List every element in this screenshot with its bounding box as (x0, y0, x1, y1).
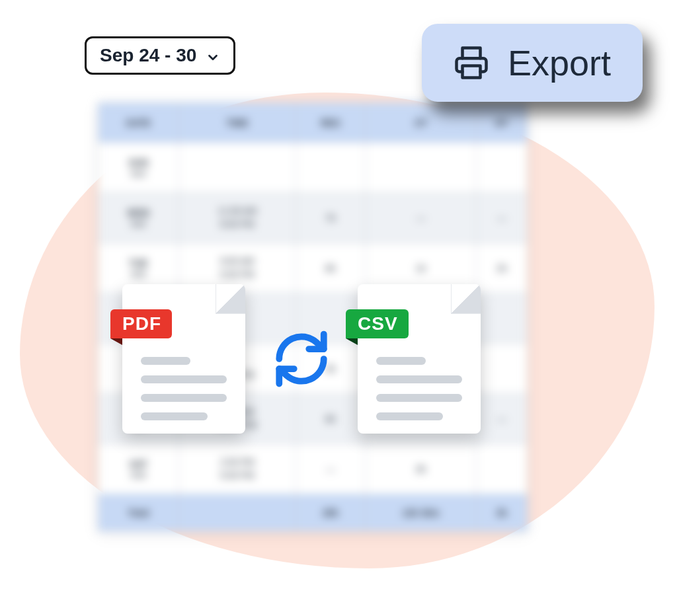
col-time: TIME (179, 103, 296, 143)
cell-time (179, 143, 296, 193)
footer-reg: 29h (296, 494, 365, 531)
cell-dt (477, 344, 528, 394)
cell-dt (477, 143, 528, 193)
cell-dt: — (477, 394, 528, 444)
cell-ot: — (366, 193, 477, 243)
date-range-label: Sep 24 - 30 (100, 45, 196, 66)
file-content-lines (376, 357, 462, 420)
file-conversion-row: PDF CSV (122, 284, 481, 434)
footer-ot: 12h 30m (366, 494, 477, 531)
cell-dt (477, 444, 528, 494)
pdf-tag: PDF (110, 309, 172, 338)
cell-reg (296, 143, 365, 193)
export-button[interactable]: Export (422, 24, 643, 102)
table-row: MON9/2511:00 AM6:00 PM7h—— (99, 193, 528, 243)
chevron-down-icon (206, 48, 220, 63)
footer-dt: 3h (477, 494, 528, 531)
cell-time: 2:00 PM5:00 PM (179, 444, 296, 494)
cell-dt: 2h (477, 243, 528, 293)
col-ot: OT (366, 103, 477, 143)
cell-day: SAT9/30 (99, 444, 179, 494)
cell-day: SUN9/24 (99, 143, 179, 193)
csv-file-card: CSV (358, 284, 481, 434)
file-content-lines (141, 357, 227, 420)
svg-rect-0 (462, 66, 480, 78)
cell-reg: — (296, 444, 365, 494)
col-reg: REG (296, 103, 365, 143)
table-row: SAT9/302:00 PM5:00 PM—3h (99, 444, 528, 494)
footer-time (179, 494, 296, 531)
cell-day: MON9/25 (99, 193, 179, 243)
printer-icon (454, 45, 489, 81)
export-label: Export (508, 42, 611, 83)
cell-dt: — (477, 193, 528, 243)
pdf-file-card: PDF (122, 284, 245, 434)
cell-ot: 3h (366, 444, 477, 494)
col-date: DATE (99, 103, 179, 143)
date-range-dropdown[interactable]: Sep 24 - 30 (85, 36, 235, 75)
cell-reg: 7h (296, 193, 365, 243)
csv-tag: CSV (346, 309, 409, 338)
table-row: SUN9/24 (99, 143, 528, 193)
cell-ot (366, 143, 477, 193)
footer-label: Total (99, 494, 179, 531)
cell-time: 11:00 AM6:00 PM (179, 193, 296, 243)
sync-icon (272, 329, 331, 389)
cell-dt (477, 293, 528, 344)
col-dt: DT (477, 103, 528, 143)
